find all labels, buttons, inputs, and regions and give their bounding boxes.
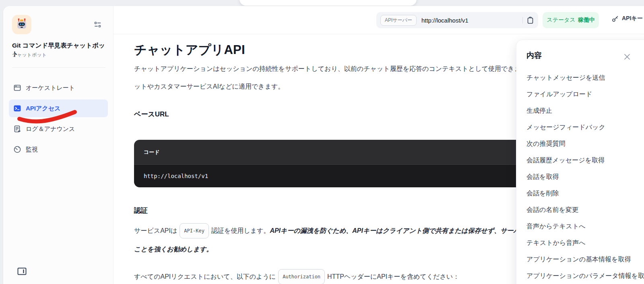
- api-server-pill: APIサーバー http://localhost/v1: [376, 12, 538, 28]
- sidebar-nav: オーケストレート APIアクセス: [9, 79, 108, 161]
- api-key-chip: API-Key: [180, 223, 209, 238]
- api-server-chip: APIサーバー: [380, 15, 417, 26]
- api-key-button[interactable]: APIキー: [612, 15, 643, 22]
- collapse-sidebar-icon[interactable]: [17, 267, 27, 275]
- toc-item[interactable]: アプリケーションの基本情報を取得: [526, 251, 644, 268]
- sidebar-item-label: ログ＆アナウンス: [26, 125, 75, 133]
- status-label: ステータス: [547, 17, 575, 24]
- toc-item[interactable]: チャットメッセージを送信: [526, 70, 644, 86]
- toc-item[interactable]: 会話履歴メッセージを取得: [526, 152, 644, 169]
- auth-text-before: サービスAPIは: [134, 225, 177, 237]
- toc-item[interactable]: メッセージフィードバック: [526, 119, 644, 136]
- request-text-after: HTTPヘッダーにAPIキーを含めてください：: [327, 271, 459, 283]
- sidebar-item-monitoring[interactable]: 監視: [9, 141, 108, 158]
- auth-text-after: 認証を使用します。: [211, 225, 270, 237]
- app-settings-icon[interactable]: [94, 21, 102, 28]
- toc-item[interactable]: 会話を削除: [526, 185, 644, 202]
- toc-item[interactable]: 会話の名前を変更: [526, 202, 644, 218]
- toc-item[interactable]: 生成停止: [526, 103, 644, 119]
- robot-icon: [14, 17, 30, 33]
- sidebar-item-label: 監視: [26, 146, 38, 153]
- toc-item[interactable]: ファイルアップロード: [526, 86, 644, 103]
- toc-panel: 内容 チャットメッセージを送信ファイルアップロード生成停止メッセージフィードバッ…: [516, 39, 644, 284]
- toc-list: チャットメッセージを送信ファイルアップロード生成停止メッセージフィードバック次の…: [526, 70, 644, 284]
- sidebar-item-orchestrate[interactable]: オーケストレート: [9, 79, 108, 97]
- sidebar: Git コマンド早見表チャットボット チャットボット オーケストレート: [3, 6, 114, 284]
- toc-item[interactable]: 次の推奨質問: [526, 136, 644, 152]
- toc-item[interactable]: 会話を取得: [526, 169, 644, 185]
- api-server-url: http://localhost/v1: [421, 17, 518, 24]
- sidebar-item-api-access[interactable]: APIアクセス: [9, 100, 108, 117]
- monitoring-gauge-icon: [14, 146, 21, 153]
- sidebar-item-logs[interactable]: ログ＆アナウンス: [9, 120, 108, 138]
- topbar: APIサーバー http://localhost/v1 ステータス 稼働中 AP…: [114, 6, 644, 34]
- code-label: コード: [144, 149, 160, 156]
- request-text-before: すべてのAPIリクエストにおいて、以下のように: [134, 271, 276, 283]
- toc-item[interactable]: テキストから音声へ: [526, 235, 644, 251]
- orchestrate-window-icon: [14, 84, 21, 91]
- sidebar-divider: [12, 67, 105, 68]
- pill-divider: [522, 17, 523, 23]
- top-floating-dialog: [239, 0, 417, 6]
- app-avatar: [12, 15, 31, 34]
- copy-url-icon[interactable]: [527, 16, 534, 24]
- toc-item[interactable]: 音声からテキストへ: [526, 218, 644, 235]
- base-url-code: http://localhost/v1: [144, 173, 208, 179]
- api-key-label: APIキー: [622, 15, 643, 22]
- close-icon[interactable]: [623, 53, 631, 61]
- app-type-label: チャットボット: [12, 52, 47, 58]
- sidebar-item-label: オーケストレート: [26, 84, 75, 92]
- auth-warning-line2: ことを強くお勧めします。: [134, 243, 213, 255]
- status-value: 稼働中: [578, 17, 595, 24]
- terminal-icon: [14, 105, 21, 112]
- authorization-chip: Authorization: [278, 269, 325, 284]
- logs-icon: [14, 125, 21, 133]
- key-icon: [612, 15, 619, 22]
- status-badge: ステータス 稼働中: [543, 12, 599, 28]
- toc-item[interactable]: アプリケーションのパラメータ情報を取得: [526, 268, 644, 284]
- sidebar-item-label: APIアクセス: [26, 105, 60, 112]
